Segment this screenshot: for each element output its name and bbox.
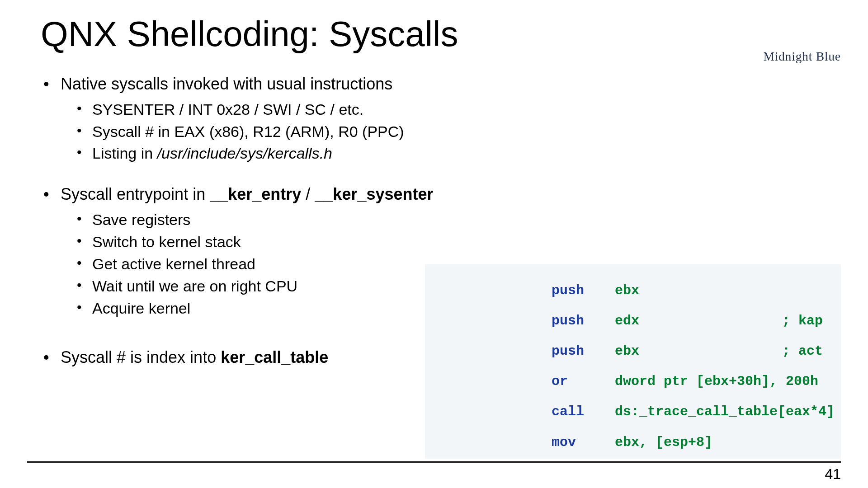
bullet-3-prefix: Syscall # is index into (61, 348, 221, 366)
asm-comment: ; act (782, 343, 823, 359)
bullet-1-text: Native syscalls invoked with usual instr… (61, 75, 392, 93)
brand-name: Midnight Blue (764, 50, 841, 64)
bullet-1-sub-1: SYSENTER / INT 0x28 / SWI / SC / etc. (61, 99, 836, 120)
bullet-1: Native syscalls invoked with usual instr… (41, 73, 836, 164)
bullet-2-sub-2: Switch to kernel stack (61, 231, 836, 253)
asm-op: push (552, 283, 615, 299)
asm-op: push (552, 314, 615, 329)
asm-op: or (552, 374, 615, 389)
crescent-icon (782, 13, 822, 48)
bullet-1-sublist: SYSENTER / INT 0x28 / SWI / SC / etc. Sy… (61, 99, 836, 164)
slide-title: QNX Shellcoding: Syscalls (41, 14, 836, 55)
asm-arg: ebx (615, 344, 782, 359)
slide: QNX Shellcoding: Syscalls Midnight Blue … (0, 0, 868, 488)
bullet-1-sub-3-prefix: Listing in (92, 145, 157, 162)
asm-arg: ebx (615, 283, 639, 298)
asm-arg: dword ptr [ebx+30h], 200h (615, 374, 818, 389)
asm-op: push (552, 344, 615, 359)
disassembly-listing: pushebx pushedx; kap pushebx; act ordwor… (425, 264, 841, 459)
asm-op: mov (552, 435, 615, 450)
bullet-2-sub-1: Save registers (61, 209, 836, 230)
bullet-1-sub-2: Syscall # in EAX (x86), R12 (ARM), R0 (P… (61, 121, 836, 142)
asm-arg: ebx, [esp+8] (615, 435, 712, 450)
page-number: 41 (825, 466, 841, 483)
bullet-2-mid: / (301, 185, 315, 203)
bullet-1-sub-3-path: /usr/include/sys/kercalls.h (157, 145, 332, 162)
bullet-3-bold: ker_call_table (221, 348, 328, 366)
asm-arg: edx (615, 314, 782, 329)
bullet-2-bold-1: __ker_entry (210, 185, 301, 203)
bullet-1-sub-3: Listing in /usr/include/sys/kercalls.h (61, 143, 836, 164)
bullet-2-prefix: Syscall entrypoint in (61, 185, 210, 203)
footer-divider (27, 461, 841, 463)
bullet-2-bold-2: __ker_sysenter (315, 185, 433, 203)
asm-op: call (552, 404, 615, 420)
brand-logo: Midnight Blue (764, 13, 841, 64)
asm-comment: ; kap (782, 313, 823, 328)
asm-arg: ds:_trace_call_table[eax*4] (615, 404, 835, 419)
